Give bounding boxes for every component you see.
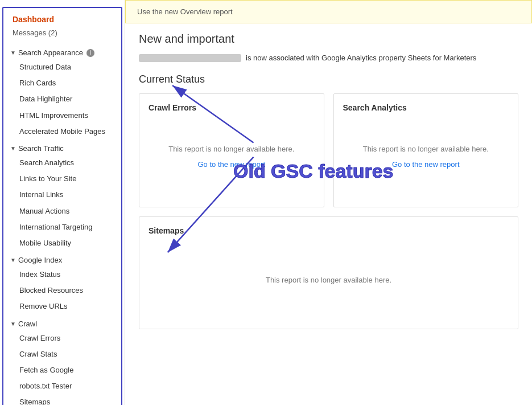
sidebar-messages[interactable]: Messages (2) <box>3 26 121 44</box>
crawl-errors-card-body: This report is no longer available here.… <box>149 117 315 197</box>
sidebar-section-search-traffic[interactable]: ▼ Search Traffic <box>3 140 121 155</box>
sidebar-item-index-status[interactable]: Index Status <box>3 267 121 283</box>
arrow-icon: ▼ <box>10 145 16 152</box>
search-analytics-message: This report is no longer available here. <box>363 145 489 153</box>
sidebar-item-links-to-your-site[interactable]: Links to Your Site <box>3 171 121 187</box>
sidebar-item-search-analytics[interactable]: Search Analytics <box>3 155 121 171</box>
sitemaps-card-title: Sitemaps <box>149 226 509 235</box>
sidebar-section-crawl[interactable]: ▼ Crawl <box>3 315 121 330</box>
arrow-icon: ▼ <box>10 257 16 263</box>
sitemaps-message: This report is no longer available here. <box>266 276 391 284</box>
sidebar-item-sitemaps[interactable]: Sitemaps <box>3 394 121 405</box>
blurred-url <box>139 54 241 62</box>
search-analytics-card-body: This report is no longer available here.… <box>343 117 509 197</box>
section-label: Google Index <box>18 256 62 264</box>
sidebar-item-accelerated-mobile-pages[interactable]: Accelerated Mobile Pages <box>3 124 121 140</box>
notice-bar: is now associated with Google Analytics … <box>139 54 518 62</box>
notice-text: is now associated with Google Analytics … <box>246 54 476 62</box>
banner: Use the new Overview report <box>125 0 532 23</box>
current-status-title: Current Status <box>139 73 518 85</box>
section-label: Search Traffic <box>18 144 64 153</box>
search-analytics-card-title: Search Analytics <box>343 103 509 112</box>
search-analytics-card: Search Analytics This report is no longe… <box>333 93 519 207</box>
sidebar-item-manual-actions[interactable]: Manual Actions <box>3 203 121 219</box>
cards-grid: Crawl Errors This report is no longer av… <box>139 93 518 207</box>
crawl-errors-message: This report is no longer available here. <box>168 145 294 153</box>
sidebar-item-structured-data[interactable]: Structured Data <box>3 59 121 75</box>
banner-text: Use the new Overview report <box>137 7 233 16</box>
sidebar-item-fetch-as-google[interactable]: Fetch as Google <box>3 362 121 378</box>
new-important-title: New and important <box>139 32 518 46</box>
sidebar-item-crawl-errors[interactable]: Crawl Errors <box>3 330 121 346</box>
section-label: Search Appearance <box>18 48 83 57</box>
sidebar: Dashboard Messages (2) ▼ Search Appearan… <box>0 0 125 405</box>
sidebar-dashboard[interactable]: Dashboard <box>3 10 121 26</box>
sidebar-item-html-improvements[interactable]: HTML Improvements <box>3 108 121 124</box>
arrow-icon: ▼ <box>10 50 16 56</box>
sidebar-item-remove-urls[interactable]: Remove URLs <box>3 298 121 314</box>
sitemaps-card-body: This report is no longer available here. <box>149 240 509 320</box>
sidebar-item-internal-links[interactable]: Internal Links <box>3 187 121 203</box>
info-icon[interactable]: i <box>86 49 94 57</box>
arrow-icon: ▼ <box>10 321 16 327</box>
main-content: Use the new Overview report New and impo… <box>125 0 532 405</box>
crawl-errors-card: Crawl Errors This report is no longer av… <box>139 93 324 207</box>
section-label: Crawl <box>18 320 37 328</box>
sidebar-item-international-targeting[interactable]: International Targeting <box>3 219 121 235</box>
search-analytics-link[interactable]: Go to the new report <box>392 160 460 169</box>
sitemaps-card: Sitemaps This report is no longer availa… <box>139 216 518 329</box>
sidebar-section-search-appearance[interactable]: ▼ Search Appearance i <box>3 44 121 59</box>
sidebar-item-crawl-stats[interactable]: Crawl Stats <box>3 346 121 362</box>
sidebar-item-robots-txt-tester[interactable]: robots.txt Tester <box>3 378 121 394</box>
sidebar-item-data-highlighter[interactable]: Data Highlighter <box>3 91 121 107</box>
crawl-errors-card-title: Crawl Errors <box>149 103 315 112</box>
sidebar-section-google-index[interactable]: ▼ Google Index <box>3 251 121 267</box>
crawl-errors-link[interactable]: Go to the new report <box>197 160 265 169</box>
sidebar-item-mobile-usability[interactable]: Mobile Usability <box>3 235 121 251</box>
sidebar-item-rich-cards[interactable]: Rich Cards <box>3 75 121 91</box>
sidebar-item-blocked-resources[interactable]: Blocked Resources <box>3 283 121 298</box>
